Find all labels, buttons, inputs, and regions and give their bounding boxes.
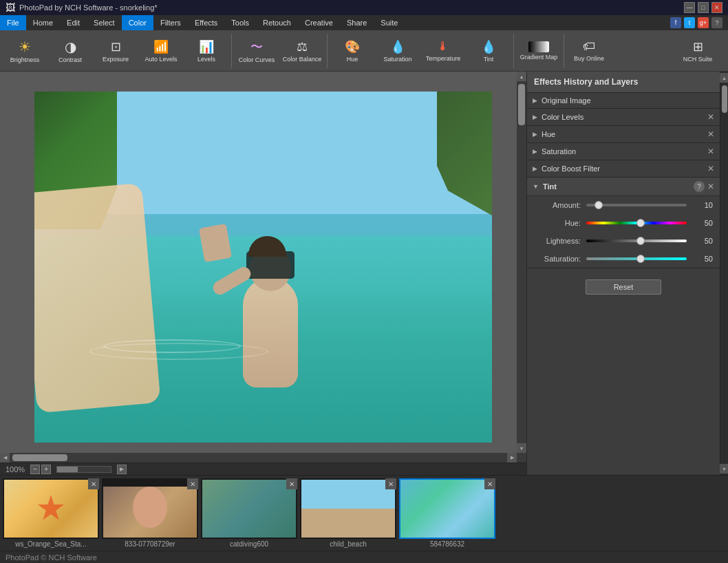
effect-color-levels-label: Color Levels: [542, 113, 707, 121]
amount-thumb[interactable]: [595, 201, 603, 209]
app-icon: 🖼: [6, 2, 15, 13]
minimize-button[interactable]: —: [684, 2, 695, 13]
reset-button[interactable]: Reset: [586, 279, 662, 295]
thumb-4-close[interactable]: ✕: [385, 478, 396, 489]
tool-brightness[interactable]: ☀ Brightness: [3, 32, 47, 70]
chevron-saturation: ▶: [533, 148, 537, 155]
tool-saturation[interactable]: 💧 Saturation: [376, 32, 420, 70]
menu-share[interactable]: Share: [340, 15, 374, 30]
effect-color-boost[interactable]: ▶ Color Boost Filter ✕: [527, 160, 720, 178]
thumb-2-wrapper: [102, 478, 198, 539]
tool-nch-suite[interactable]: ⊞ NCH Suite: [670, 32, 725, 70]
gradient-map-label: Gradient Map: [520, 54, 558, 61]
close-tint[interactable]: ✕: [707, 182, 714, 191]
menu-effects[interactable]: Effects: [188, 15, 224, 30]
menu-filters[interactable]: Filters: [153, 15, 188, 30]
saturation-thumb[interactable]: [636, 255, 645, 263]
h-scrollbar[interactable]: ◀ ▶: [0, 453, 517, 463]
thumbnail-2[interactable]: ✕ 833-07708729er: [102, 478, 198, 548]
tool-temperature[interactable]: 🌡 Temperature: [421, 32, 465, 70]
menu-tools[interactable]: Tools: [224, 15, 256, 30]
tool-levels[interactable]: 📊 Levels: [184, 32, 228, 70]
zoom-level: 100%: [6, 465, 25, 474]
menu-home[interactable]: Home: [26, 15, 60, 30]
tool-contrast[interactable]: ◑ Contrast: [48, 32, 92, 70]
menu-edit[interactable]: Edit: [60, 15, 87, 30]
hue-slider[interactable]: [586, 218, 687, 228]
effect-saturation[interactable]: ▶ Saturation ✕: [527, 143, 720, 160]
tint-help-button[interactable]: ?: [694, 181, 705, 192]
help-button[interactable]: ?: [711, 17, 722, 28]
separator4: [564, 34, 564, 68]
close-color-levels[interactable]: ✕: [707, 112, 714, 122]
maximize-button[interactable]: □: [698, 2, 709, 13]
menu-creative[interactable]: Creative: [298, 15, 340, 30]
close-color-boost[interactable]: ✕: [707, 164, 714, 173]
panel-scroll-down[interactable]: ▼: [720, 464, 729, 474]
thumbnail-1[interactable]: ✕ ws_Orange_Sea_Sta...: [3, 478, 99, 548]
close-saturation[interactable]: ✕: [707, 147, 714, 156]
thumb-2-close[interactable]: ✕: [187, 478, 198, 489]
tool-color-curves[interactable]: 〜 Color Curves: [235, 32, 279, 70]
buy-online-label: Buy Online: [574, 55, 604, 62]
social-facebook[interactable]: f: [670, 17, 681, 28]
tool-color-balance[interactable]: ⚖ Color Balance: [280, 32, 324, 70]
thumbnail-4[interactable]: ✕ child_beach: [300, 478, 396, 548]
amount-track: [586, 204, 687, 206]
menu-retouch[interactable]: Retouch: [256, 15, 298, 30]
tool-hue[interactable]: 🎨 Hue: [330, 32, 374, 70]
panel-vscrollbar[interactable]: ▲ ▼: [720, 72, 728, 475]
amount-slider[interactable]: [586, 200, 687, 210]
lightness-slider[interactable]: [586, 236, 687, 246]
social-google[interactable]: g+: [698, 17, 709, 28]
hue-thumb[interactable]: [636, 219, 645, 227]
thumbnail-3[interactable]: ✕ catdiving600: [201, 478, 297, 548]
zoom-scrollbar[interactable]: [56, 466, 111, 473]
close-hue[interactable]: ✕: [707, 129, 714, 139]
chevron-hue: ▶: [533, 131, 537, 138]
zoom-out-button[interactable]: −: [30, 465, 40, 474]
tint-header[interactable]: ▼ Tint ? ✕: [527, 178, 720, 196]
scroll-right-arrow[interactable]: ▶: [507, 453, 517, 463]
scroll-left-arrow[interactable]: ◀: [0, 453, 10, 463]
saturation-slider[interactable]: [586, 254, 687, 264]
effect-hue[interactable]: ▶ Hue ✕: [527, 126, 720, 143]
separator3: [513, 34, 514, 68]
thumb-1-close[interactable]: ✕: [88, 478, 99, 489]
scroll-right-btn[interactable]: ▶: [117, 465, 127, 474]
menu-suite[interactable]: Suite: [374, 15, 405, 30]
tool-auto-levels[interactable]: 📶 Auto Levels: [139, 32, 183, 70]
effect-color-levels[interactable]: ▶ Color Levels ✕: [527, 109, 720, 126]
zoom-scroll-thumb[interactable]: [57, 467, 78, 472]
zoom-in-button[interactable]: +: [41, 465, 51, 474]
tool-exposure[interactable]: ⊡ Exposure: [94, 32, 138, 70]
reset-area: Reset: [527, 268, 720, 306]
scroll-up-arrow[interactable]: ▲: [517, 72, 526, 81]
color-curves-icon: 〜: [250, 39, 263, 55]
copyright-bar: PhotoPad © NCH Software: [0, 551, 728, 563]
thumbnail-5[interactable]: ✕ 584786632: [399, 478, 495, 548]
scroll-down-arrow[interactable]: ▼: [517, 443, 526, 453]
menu-select[interactable]: Select: [87, 15, 122, 30]
thumb-1-image: [4, 480, 98, 538]
menu-color[interactable]: Color: [122, 15, 153, 30]
menu-file[interactable]: File: [0, 15, 26, 30]
tool-buy-online[interactable]: 🏷 Buy Online: [567, 32, 611, 70]
tool-gradient-map[interactable]: Gradient Map: [517, 32, 561, 70]
social-twitter[interactable]: t: [684, 17, 695, 28]
temperature-icon: 🌡: [437, 39, 449, 54]
v-scrollbar[interactable]: ▲ ▼: [517, 72, 526, 453]
panel-scroll-up[interactable]: ▲: [720, 73, 729, 83]
tool-tint[interactable]: 💧 Tint: [467, 32, 511, 70]
close-button[interactable]: ✕: [711, 2, 722, 13]
v-scroll-thumb[interactable]: [518, 84, 525, 125]
lightness-thumb[interactable]: [636, 237, 645, 245]
thumb-3-close[interactable]: ✕: [286, 478, 297, 489]
panel-scroll-thumb[interactable]: [722, 85, 727, 113]
amount-value: 10: [692, 201, 713, 209]
canvas-area[interactable]: ▲ ▼ ◀ ▶: [0, 72, 526, 463]
thumb-5-close[interactable]: ✕: [484, 478, 495, 489]
amount-label: Amount:: [534, 201, 581, 209]
h-scroll-thumb[interactable]: [12, 454, 67, 461]
effect-original-image[interactable]: ▶ Original Image: [527, 93, 720, 109]
